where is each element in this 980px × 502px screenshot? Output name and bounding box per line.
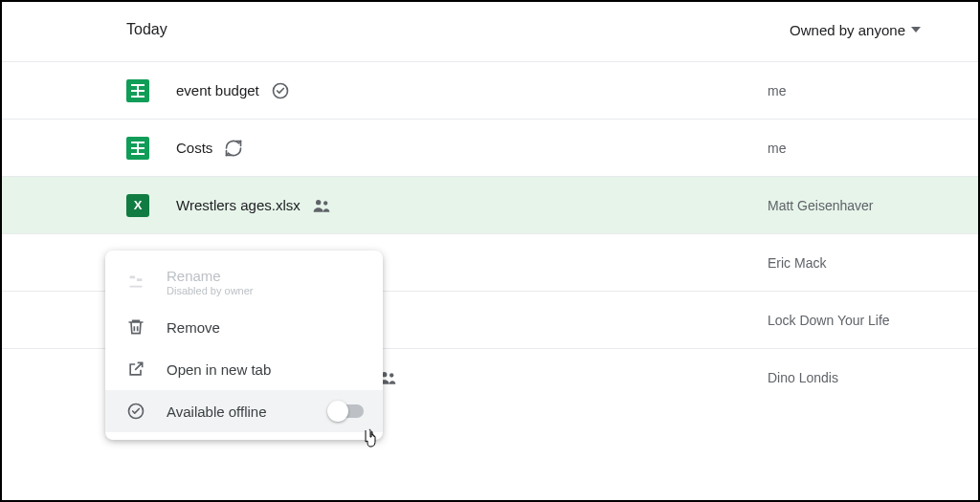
offline-toggle[interactable]	[329, 404, 364, 418]
owner-filter-label: Owned by anyone	[790, 22, 905, 38]
offline-available-icon	[124, 400, 147, 423]
menu-label: Remove	[167, 319, 364, 336]
sheets-file-icon	[126, 137, 149, 160]
file-owner: me	[768, 141, 786, 156]
svg-point-10	[323, 201, 327, 205]
file-name: Wrestlers ages.xlsx	[176, 197, 301, 213]
open-in-new-tab-icon	[124, 358, 147, 381]
toggle-knob	[327, 401, 348, 422]
sync-icon	[224, 139, 243, 158]
shared-icon	[312, 196, 331, 215]
file-row[interactable]: Costs me	[2, 119, 978, 176]
file-row[interactable]: event budget me	[2, 61, 978, 119]
menu-label: Open in new tab	[167, 361, 364, 378]
file-owner: Dino Londis	[768, 370, 838, 385]
section-title: Today	[126, 21, 167, 38]
excel-file-icon: X	[126, 194, 149, 217]
menu-item-open-new-tab[interactable]: Open in new tab	[105, 348, 383, 390]
file-name: event budget	[176, 82, 259, 98]
file-name: Costs	[176, 140, 212, 156]
file-owner: Eric Mack	[768, 255, 826, 271]
list-header: Today Owned by anyone	[2, 2, 978, 61]
sheets-file-icon	[126, 79, 149, 102]
svg-rect-8	[137, 142, 139, 155]
svg-point-15	[382, 372, 387, 377]
menu-label: Rename	[167, 268, 221, 284]
context-menu: Rename Disabled by owner Remove Open in …	[105, 251, 383, 440]
owner-filter-dropdown[interactable]: Owned by anyone	[790, 22, 921, 38]
file-row[interactable]: X Wrestlers ages.xlsx Matt Geisenhaver	[2, 176, 978, 233]
menu-item-rename: Rename Disabled by owner	[105, 258, 383, 306]
menu-sublabel: Disabled by owner	[167, 285, 364, 296]
rename-icon	[124, 271, 147, 294]
trash-icon	[124, 316, 147, 338]
file-owner: Matt Geisenhaver	[768, 198, 874, 213]
chevron-down-icon	[911, 27, 921, 33]
svg-point-9	[316, 200, 321, 205]
file-owner: Lock Down Your Life	[768, 313, 890, 328]
menu-label: Available offline	[167, 404, 329, 420]
menu-item-available-offline[interactable]: Available offline	[105, 390, 383, 432]
svg-point-16	[390, 373, 393, 377]
offline-available-icon	[271, 81, 290, 100]
menu-item-remove[interactable]: Remove	[105, 306, 383, 348]
svg-rect-3	[137, 84, 139, 98]
file-owner: me	[768, 83, 786, 98]
